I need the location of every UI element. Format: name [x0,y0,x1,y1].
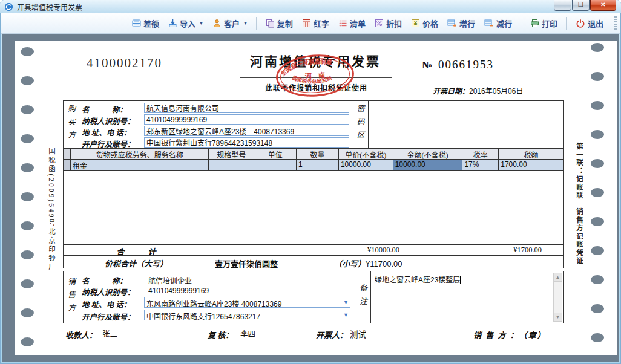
row-selector-header [64,149,71,160]
scroll-down-icon[interactable]: ▼ [554,313,562,321]
print-authority-note: 国税函(2009)649号北京印钞厂 [47,148,56,306]
price-icon: ¥ [411,19,420,28]
discount-button[interactable]: 折扣 [375,18,402,29]
discount-icon [375,19,384,28]
buyer-name-input[interactable] [144,103,349,113]
buyer-section: 购买方 名 称： 纳税人识别号： 地 址、电 话： 开户行及账号： 密码区 [63,100,564,149]
item-price-cell[interactable]: 10000.00 [339,160,393,171]
exit-button[interactable]: 退出 [576,18,603,29]
seller-address-combobox[interactable]: 东风南路创业路云峰A座23楼 4008713369 ▼ [144,297,350,308]
text-caret [460,276,461,284]
print-icon [530,19,539,28]
perforation-dot [591,304,604,313]
buyer-taxid-label: 纳税人识别号： [82,115,135,126]
copy-usage-note: 第一联：记账联 销售方记账凭证 [574,143,584,312]
item-qty-cell[interactable]: 1 [297,160,339,171]
price-button[interactable]: ¥ 价格 [411,18,438,29]
tax-sum-row: 价税合计（大写） 壹万壹仟柒佰圆整 （小写）¥11700.00 [63,256,564,268]
close-button[interactable]: ✕ [590,0,616,11]
import-button[interactable]: 导入 ▼ [168,18,203,29]
chevron-down-icon[interactable]: ▼ [343,312,349,318]
customer-dropdown-arrow[interactable]: ▼ [243,21,248,25]
remark-area[interactable]: 绿地之窗云峰A座23楼整层 ▲ ▼ [371,271,564,323]
tax-sum-label: 价税合计（大写） [64,256,209,268]
customer-button[interactable]: 客户 ▼ [212,18,248,29]
payee-input[interactable] [100,328,168,339]
buyer-address-input[interactable] [144,126,349,136]
difference-icon [132,19,141,28]
list-icon [338,19,347,28]
perforation-dot [591,246,604,255]
item-taxrate-cell[interactable]: 17% [462,160,499,171]
print-button[interactable]: 打印 [530,18,557,29]
item-amount-cell[interactable]: 10000.00 [393,160,463,171]
perforation-dot [591,188,604,197]
invoice-number: 00661953 [438,58,494,71]
buyer-party-cell: 购买方 [64,101,79,148]
buyer-bank-input[interactable] [144,137,349,148]
item-unit-cell[interactable] [254,160,297,171]
item-name-cell[interactable]: 租金 [71,160,209,171]
totals-row: 合 计 ¥10000.00 ¥1700.00 [63,244,564,256]
minimize-button[interactable]: — [554,0,571,11]
item-row[interactable]: 租金 1 10000.00 10000.00 17% 1700.00 [64,160,564,171]
import-icon [168,19,177,28]
buyer-taxid-input[interactable] [144,114,349,125]
item-spec-cell[interactable] [209,160,254,171]
reviewer-input[interactable] [238,328,297,339]
remark-text[interactable]: 绿地之窗云峰A座23楼整层 [375,276,460,284]
red-letter-icon [302,19,311,28]
col-header-name: 货物或应税劳务、服务名称 [71,149,209,160]
remove-row-button[interactable]: 减行 [484,18,512,29]
perforation-dot [21,250,34,259]
toolbar-grip[interactable] [614,16,617,31]
chevron-down-icon[interactable]: ▼ [343,299,349,305]
invoice-canvas: 4100002170 河南增值税专用发票 此联不作报销和扣税凭证使用 全国统一发… [2,34,619,362]
difference-button[interactable]: 差额 [132,18,159,29]
perforation-dot [591,275,604,284]
scroll-up-icon[interactable]: ▲ [554,273,562,282]
seller-bank-combobox[interactable]: 中国银行东风路支行126547863217 ▼ [144,310,350,320]
buyer-address-label: 地 址、电 话： [82,126,131,138]
col-header-qty: 数量 [297,149,339,160]
invoice-paper: 4100002170 河南增值税专用发票 此联不作报销和扣税凭证使用 全国统一发… [15,41,617,355]
totals-label: 合 计 [64,245,209,255]
perforation-dot [21,163,34,172]
reviewer-label: 复 核： [208,329,233,340]
item-tax-cell[interactable]: 1700.00 [499,160,564,171]
add-row-button[interactable]: 增行 [447,18,475,29]
payee-label: 收款人： [65,329,97,340]
exit-icon [576,19,585,28]
perforation-dot [21,76,34,85]
remark-scrollbar[interactable]: ▲ ▼ [553,273,562,322]
password-zone-area[interactable] [369,101,564,148]
lowercase-label: （小写） [334,259,366,268]
perforation-dot [591,130,604,139]
maximize-button[interactable]: ❐ [572,0,590,11]
list-button[interactable]: 清单 [338,18,366,29]
perforation-dot [591,101,604,110]
col-header-spec: 规格型号 [209,149,254,160]
row-selector[interactable] [64,160,71,171]
app-window: 开具增值税专用发票 — ❐ ✕ 差额 导入 ▼ 客户 ▼ 复制 红字 [0,0,621,364]
total-tax: ¥1700.00 [481,245,542,255]
seller-section: 销售方 名 称： 航信培训企业 纳税人识别号： 410104999999169 … [63,271,564,323]
red-letter-button[interactable]: 红字 [302,18,329,29]
perforation-dot [21,134,34,143]
items-header-row: 货物或应税劳务、服务名称 规格型号 单位 数量 单价(不含税) 金额(不含税) … [64,149,564,160]
seller-taxid-value: 410104999999169 [148,287,209,295]
import-dropdown-arrow[interactable]: ▼ [199,21,203,25]
seller-party-cell: 销售方 [64,271,79,323]
total-amount: ¥10000.00 [339,245,399,255]
seller-bank-label: 开户行及账号： [82,311,135,322]
seller-taxid-label: 纳税人识别号： [82,286,135,297]
buyer-name-label: 名 称： [82,103,127,115]
perforation-dot [21,308,34,317]
toolbar-separator [521,17,521,30]
seller-address-label: 地 址、电 话： [82,298,131,310]
window-title: 开具增值税专用发票 [17,2,82,12]
amount-in-figures-block: （小写）¥11700.00 [334,258,402,269]
copy-button[interactable]: 复制 [266,18,293,29]
seller-name-label: 名 称： [82,275,127,286]
titlebar[interactable]: 开具增值税专用发票 — ❐ ✕ [0,0,621,13]
